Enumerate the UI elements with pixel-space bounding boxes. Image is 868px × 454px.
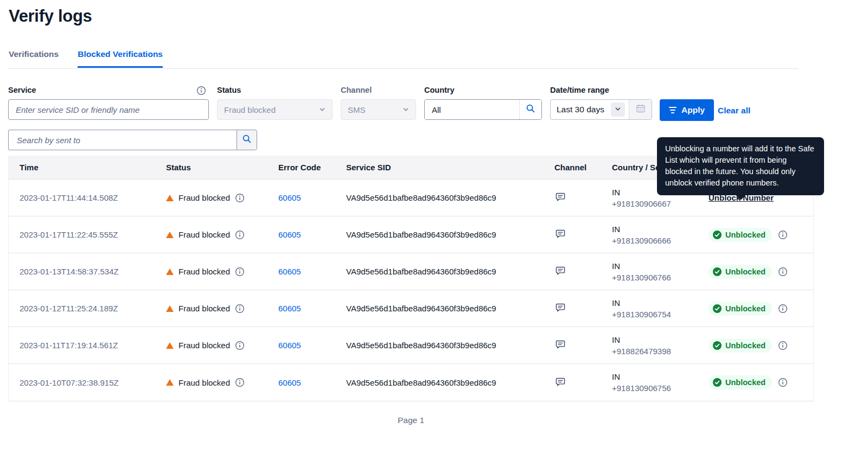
check-circle-icon: [713, 378, 722, 387]
row-status: Fraud blocked: [155, 304, 267, 314]
status-text: Fraud blocked: [178, 230, 230, 239]
sent-to-number: +918130906766: [612, 272, 698, 283]
check-circle-icon: [713, 231, 722, 239]
status-info-icon[interactable]: [235, 378, 245, 387]
row-error-code: 60605: [267, 230, 335, 239]
status-info-icon[interactable]: [235, 267, 245, 277]
status-text: Fraud blocked: [178, 341, 230, 350]
page-title: Verify logs: [9, 7, 92, 26]
sms-channel-icon: [554, 338, 566, 350]
tab-verifications[interactable]: Verifications: [9, 49, 59, 68]
unblocked-badge-label: Unblocked: [725, 231, 765, 239]
check-circle-icon: [713, 341, 722, 350]
chevron-down-icon: [319, 105, 326, 114]
error-code-link[interactable]: 60605: [278, 230, 301, 239]
unblocked-info-icon[interactable]: [778, 230, 788, 240]
row-time: 2023-01-10T07:32:38.915Z: [9, 378, 155, 387]
row-country-sent-to: IN +918826479398: [601, 334, 698, 357]
sent-to-search: [8, 130, 257, 150]
row-service-sid: VA9d5e56d1bafbe8ad964360f3b9ed86c9: [335, 341, 544, 350]
row-error-code: 60605: [267, 304, 335, 313]
country-combobox: [424, 99, 542, 120]
row-time: 2023-01-17T11:44:14.508Z: [9, 193, 155, 202]
unblocked-badge-label: Unblocked: [725, 267, 765, 276]
country-code: IN: [612, 223, 698, 235]
check-circle-icon: [713, 267, 722, 276]
unblocked-info-icon[interactable]: [778, 378, 788, 387]
channel-select[interactable]: SMS: [341, 99, 416, 120]
error-code-link[interactable]: 60605: [278, 341, 301, 350]
row-service-sid: VA9d5e56d1bafbe8ad964360f3b9ed86c9: [335, 378, 544, 387]
filter-icon: [669, 107, 676, 113]
country-code: IN: [612, 297, 698, 309]
date-range-chevron-button[interactable]: [611, 103, 625, 117]
sms-channel-icon: [554, 191, 566, 203]
sent-to-number: +918826479398: [612, 346, 698, 357]
warning-triangle-icon: [166, 305, 174, 312]
sms-channel-icon: [554, 228, 566, 240]
status-info-icon[interactable]: [235, 341, 245, 350]
clear-all-link[interactable]: Clear all: [718, 106, 750, 116]
status-select[interactable]: Fraud blocked: [217, 99, 333, 120]
error-code-link[interactable]: 60605: [278, 193, 301, 202]
row-error-code: 60605: [267, 341, 335, 350]
row-service-sid: VA9d5e56d1bafbe8ad964360f3b9ed86c9: [335, 230, 544, 239]
status-label: Status: [217, 86, 333, 94]
unblocked-info-icon[interactable]: [778, 267, 788, 277]
sent-to-number: +918130906756: [612, 382, 698, 394]
table-row: 2023-01-12T11:25:24.189Z Fraud blocked 6…: [9, 290, 813, 327]
row-country-sent-to: IN +918130906756: [601, 371, 698, 394]
error-code-link[interactable]: 60605: [278, 304, 301, 313]
unblocked-badge-label: Unblocked: [725, 304, 765, 313]
row-country-sent-to: IN +918130906666: [601, 223, 698, 246]
date-range-select[interactable]: Last 30 days: [551, 105, 611, 114]
unblocked-badge: Unblocked: [709, 375, 772, 389]
warning-triangle-icon: [166, 195, 174, 201]
service-input[interactable]: [8, 99, 209, 120]
unblocked-badge-label: Unblocked: [725, 378, 765, 387]
status-info-icon[interactable]: [235, 193, 245, 203]
status-text: Fraud blocked: [178, 378, 230, 387]
table-row: 2023-01-10T07:32:38.915Z Fraud blocked 6…: [9, 364, 813, 401]
row-channel: [544, 265, 601, 278]
date-picker-button[interactable]: [629, 100, 652, 119]
date-range-label: Date/time range: [550, 86, 652, 94]
sent-to-search-input[interactable]: [8, 130, 237, 150]
unblocked-badge-wrap: Unblocked: [709, 302, 788, 316]
unblocked-info-icon[interactable]: [778, 341, 788, 350]
row-error-code: 60605: [267, 267, 335, 276]
table-row: 2023-01-13T14:58:37.534Z Fraud blocked 6…: [9, 253, 813, 290]
row-status: Fraud blocked: [155, 230, 267, 240]
verify-logs-page: Verify logs Verifications Blocked Verifi…: [0, 0, 868, 454]
unblocked-info-icon[interactable]: [778, 304, 788, 314]
country-code: IN: [612, 334, 698, 346]
country-label: Country: [424, 86, 542, 94]
check-circle-icon: [713, 304, 722, 313]
status-info-icon[interactable]: [235, 230, 245, 240]
status-info-icon[interactable]: [235, 304, 245, 314]
row-action: Unblocked: [698, 265, 813, 279]
error-code-link[interactable]: 60605: [278, 378, 301, 387]
service-info-icon[interactable]: [196, 86, 206, 95]
col-time: Time: [9, 163, 155, 172]
search-icon: [526, 104, 535, 116]
row-action: Unblocked: [698, 302, 813, 316]
sent-to-search-button[interactable]: [237, 130, 257, 150]
service-label: Service: [8, 86, 209, 94]
country-search-button[interactable]: [519, 100, 541, 119]
error-code-link[interactable]: 60605: [278, 267, 301, 276]
country-input[interactable]: [425, 100, 519, 119]
row-country-sent-to: IN +918130906766: [601, 260, 698, 283]
unblocked-badge-wrap: Unblocked: [709, 338, 788, 353]
filter-date-range: Date/time range Last 30 days: [550, 86, 652, 120]
row-channel: [544, 338, 601, 352]
filter-service: Service: [8, 86, 209, 120]
tab-bar: Verifications Blocked Verifications: [9, 49, 163, 68]
apply-button[interactable]: Apply: [660, 99, 714, 121]
unblocked-badge: Unblocked: [709, 265, 772, 279]
tab-blocked-verifications[interactable]: Blocked Verifications: [78, 49, 163, 68]
warning-triangle-icon: [166, 268, 174, 275]
sms-channel-icon: [554, 376, 566, 388]
filter-country: Country: [424, 86, 542, 120]
table-row: 2023-01-11T17:19:14.561Z Fraud blocked 6…: [9, 327, 813, 364]
